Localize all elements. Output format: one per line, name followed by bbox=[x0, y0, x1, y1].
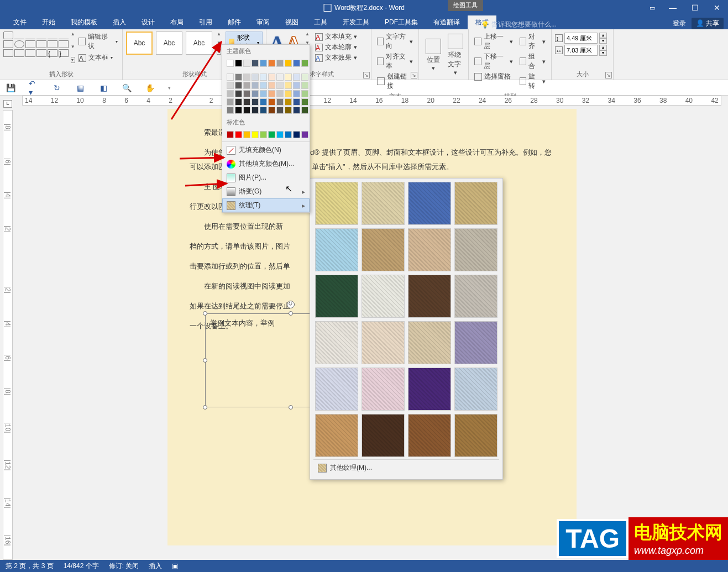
save-icon[interactable]: 💾 bbox=[6, 83, 15, 93]
undo-icon[interactable]: ↶ ▾ bbox=[29, 83, 39, 93]
texture-swatch[interactable] bbox=[362, 275, 405, 318]
color-swatch[interactable] bbox=[252, 107, 259, 114]
texture-swatch[interactable] bbox=[454, 368, 497, 411]
rotate-button[interactable]: 旋转 ▾ bbox=[517, 71, 548, 91]
color-swatch[interactable] bbox=[285, 60, 292, 67]
maximize-button[interactable]: ☐ bbox=[684, 0, 706, 15]
wordart-launcher[interactable]: ↘ bbox=[363, 72, 370, 78]
color-swatch[interactable] bbox=[276, 74, 284, 81]
tell-me-search[interactable]: 💡告诉我您想要做什么... bbox=[481, 20, 557, 29]
texture-swatch[interactable] bbox=[362, 228, 405, 271]
color-swatch[interactable] bbox=[243, 90, 250, 97]
texture-swatch[interactable] bbox=[362, 414, 405, 457]
color-swatch[interactable] bbox=[260, 90, 267, 97]
color-swatch[interactable] bbox=[252, 98, 259, 106]
texture-swatch[interactable] bbox=[408, 368, 451, 411]
qat-icon-4[interactable]: ▦ bbox=[75, 83, 85, 93]
color-swatch[interactable] bbox=[252, 74, 259, 81]
tab-tools[interactable]: 工具 bbox=[306, 15, 335, 29]
gradient-fill-item[interactable]: 渐变(G)▸ bbox=[222, 185, 310, 198]
color-swatch[interactable] bbox=[293, 131, 300, 138]
color-swatch[interactable] bbox=[268, 82, 275, 89]
align-text-button[interactable]: 对齐文本 ▾ bbox=[375, 51, 415, 71]
bring-forward-button[interactable]: 上移一层 ▾ bbox=[472, 32, 515, 51]
texture-swatch[interactable] bbox=[315, 182, 358, 225]
texture-swatch[interactable] bbox=[315, 414, 358, 457]
color-swatch[interactable] bbox=[235, 74, 242, 81]
color-swatch[interactable] bbox=[276, 107, 284, 114]
color-swatch[interactable] bbox=[260, 74, 267, 81]
color-swatch[interactable] bbox=[268, 60, 275, 67]
texture-swatch[interactable] bbox=[454, 414, 497, 457]
page-indicator[interactable]: 第 2 页，共 3 页 bbox=[6, 561, 54, 571]
color-swatch[interactable] bbox=[243, 98, 250, 106]
tab-layout[interactable]: 布局 bbox=[163, 15, 191, 29]
color-swatch[interactable] bbox=[227, 131, 234, 138]
color-swatch[interactable] bbox=[293, 107, 300, 114]
color-swatch[interactable] bbox=[276, 60, 284, 67]
color-swatch[interactable] bbox=[235, 82, 242, 89]
color-swatch[interactable] bbox=[293, 60, 300, 67]
color-swatch[interactable] bbox=[293, 82, 300, 89]
color-swatch[interactable] bbox=[285, 90, 292, 97]
color-swatch[interactable] bbox=[243, 107, 250, 114]
no-fill-item[interactable]: 无填充颜色(N) bbox=[222, 143, 310, 157]
size-launcher[interactable]: ↘ bbox=[605, 72, 612, 78]
text-outline-button[interactable]: A文本轮廓 ▾ bbox=[313, 42, 359, 53]
text-direction-button[interactable]: 文字方向 ▾ bbox=[375, 32, 415, 51]
color-swatch[interactable] bbox=[227, 107, 234, 114]
selection-pane-button[interactable]: 选择窗格 bbox=[472, 71, 515, 82]
rotate-handle[interactable] bbox=[287, 301, 295, 308]
tab-insert[interactable]: 插入 bbox=[105, 15, 134, 29]
tab-developer[interactable]: 开发工具 bbox=[335, 15, 377, 29]
color-swatch[interactable] bbox=[276, 82, 284, 89]
color-swatch[interactable] bbox=[260, 131, 267, 138]
color-swatch[interactable] bbox=[285, 74, 292, 81]
texture-swatch[interactable] bbox=[454, 275, 497, 318]
color-swatch[interactable] bbox=[235, 60, 242, 67]
color-swatch[interactable] bbox=[268, 131, 275, 138]
qat-icon-6[interactable]: 🔍 bbox=[122, 83, 132, 93]
send-backward-button[interactable]: 下移一层 ▾ bbox=[472, 51, 515, 71]
color-swatch[interactable] bbox=[227, 82, 234, 89]
tab-translate[interactable]: 有道翻译 bbox=[426, 15, 468, 29]
color-swatch[interactable] bbox=[260, 82, 267, 89]
color-swatch[interactable] bbox=[293, 90, 300, 97]
width-down[interactable]: ▾ bbox=[599, 50, 607, 56]
width-up[interactable]: ▴ bbox=[599, 45, 607, 50]
resize-handle[interactable] bbox=[203, 405, 207, 410]
proofing-status[interactable]: 修订: 关闭 bbox=[109, 561, 139, 571]
tab-selector[interactable]: L bbox=[3, 100, 12, 108]
redo-icon[interactable]: ↻ bbox=[52, 83, 62, 93]
color-swatch[interactable] bbox=[235, 107, 242, 114]
height-up[interactable]: ▴ bbox=[599, 33, 607, 38]
color-swatch[interactable] bbox=[260, 60, 267, 67]
color-swatch[interactable] bbox=[235, 131, 242, 138]
text-launcher[interactable]: ↘ bbox=[411, 72, 417, 78]
color-swatch[interactable] bbox=[260, 107, 267, 114]
color-swatch[interactable] bbox=[252, 90, 259, 97]
color-swatch[interactable] bbox=[276, 131, 284, 138]
color-swatch[interactable] bbox=[301, 90, 308, 97]
width-input[interactable] bbox=[564, 45, 598, 56]
color-swatch[interactable] bbox=[268, 107, 275, 114]
resize-handle[interactable] bbox=[203, 358, 207, 363]
color-swatch[interactable] bbox=[243, 74, 250, 81]
color-swatch[interactable] bbox=[285, 107, 292, 114]
texture-swatch[interactable] bbox=[315, 275, 358, 318]
color-swatch[interactable] bbox=[301, 131, 308, 138]
texture-swatch[interactable] bbox=[315, 368, 358, 411]
color-swatch[interactable] bbox=[260, 98, 267, 106]
color-swatch[interactable] bbox=[252, 82, 259, 89]
ribbon-options-icon[interactable]: ▭ bbox=[643, 0, 662, 15]
texture-swatch[interactable] bbox=[454, 321, 497, 364]
color-swatch[interactable] bbox=[285, 98, 292, 106]
close-button[interactable]: ✕ bbox=[706, 0, 728, 15]
color-swatch[interactable] bbox=[243, 131, 250, 138]
minimize-button[interactable]: — bbox=[662, 0, 684, 15]
color-swatch[interactable] bbox=[235, 90, 242, 97]
text-effects-button[interactable]: A文本效果 ▾ bbox=[313, 53, 359, 63]
color-swatch[interactable] bbox=[285, 131, 292, 138]
resize-handle[interactable] bbox=[289, 311, 293, 316]
color-swatch[interactable] bbox=[301, 74, 308, 81]
